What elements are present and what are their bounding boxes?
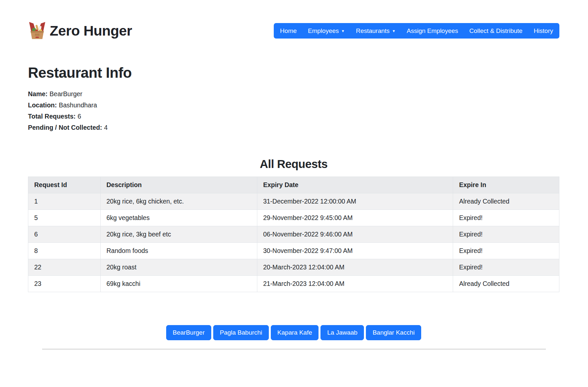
page-container: Zero Hunger Home Employees ▼ Restaurants… <box>28 0 559 340</box>
info-value: BearBurger <box>50 90 83 97</box>
expiry-date-cell: 31-December-2022 12:00:00 AM <box>257 193 453 210</box>
description-cell: 20kg rice, 3kg beef etc <box>100 226 257 243</box>
brand-link[interactable]: Zero Hunger <box>28 20 132 41</box>
table-row: 8 Random foods 30-November-2022 9:47:00 … <box>28 243 559 259</box>
nav-item-label: Home <box>280 23 297 39</box>
expiry-date-cell: 21-March-2023 12:04:00 AM <box>257 276 453 292</box>
info-value: 4 <box>104 124 108 131</box>
restaurant-button[interactable]: Kapara Kafe <box>271 325 319 340</box>
expire-in-cell: Expired! <box>453 259 559 276</box>
restaurant-button[interactable]: Banglar Kacchi <box>366 325 421 340</box>
expiry-date-cell: 20-March-2023 12:04:00 AM <box>257 259 453 276</box>
table-header-cell: Expiry Date <box>257 177 453 193</box>
info-label: Total Requests: <box>28 113 76 120</box>
expire-in-cell: Expired! <box>453 210 559 226</box>
request-id-cell: 1 <box>28 193 101 210</box>
table-header-row: Request Id Description Expiry Date Expir… <box>28 177 559 193</box>
nav-item[interactable]: Home <box>274 23 302 39</box>
info-line: Pending / Not Collected:4 <box>28 122 559 133</box>
table-row: 5 6kg vegetables 29-November-2022 9:45:0… <box>28 210 559 226</box>
nav-item[interactable]: Assign Employees <box>401 23 464 39</box>
table-header-cell: Expire In <box>453 177 559 193</box>
description-cell: 69kg kacchi <box>100 276 257 292</box>
nav-item[interactable]: Employees ▼ <box>302 23 350 39</box>
expire-in-cell: Expired! <box>453 226 559 243</box>
nav-item[interactable]: Restaurants ▼ <box>350 23 401 39</box>
brand-title: Zero Hunger <box>50 23 132 39</box>
nav-item[interactable]: Collect & Distribute <box>464 23 528 39</box>
requests-table: Request Id Description Expiry Date Expir… <box>28 177 559 292</box>
page-title: Restaurant Info <box>28 65 559 81</box>
requests-section-title: All Requests <box>28 157 559 171</box>
main-nav: Home Employees ▼ Restaurants ▼ Assign Em… <box>274 23 559 39</box>
request-id-cell: 5 <box>28 210 101 226</box>
bottom-divider <box>42 349 546 349</box>
request-id-cell: 8 <box>28 243 101 259</box>
nav-item-label: Collect & Distribute <box>469 23 523 39</box>
expire-in-cell: Already Collected <box>453 193 559 210</box>
expiry-date-cell: 30-November-2022 9:47:00 AM <box>257 243 453 259</box>
restaurant-button[interactable]: Pagla Baburchi <box>213 325 269 340</box>
info-label: Pending / Not Collected: <box>28 124 102 131</box>
info-value: 6 <box>78 113 81 120</box>
request-id-cell: 23 <box>28 276 101 292</box>
expiry-date-cell: 06-November-2022 9:46:00 AM <box>257 226 453 243</box>
info-line: Location:Bashundhara <box>28 99 559 111</box>
description-cell: Random foods <box>100 243 257 259</box>
expire-in-cell: Already Collected <box>453 276 559 292</box>
description-cell: 6kg vegetables <box>100 210 257 226</box>
info-label: Name: <box>28 90 48 97</box>
expire-in-cell: Expired! <box>453 243 559 259</box>
request-id-cell: 22 <box>28 259 101 276</box>
info-value: Bashundhara <box>59 101 97 109</box>
info-label: Location: <box>28 101 57 109</box>
table-body: 1 20kg rice, 6kg chicken, etc. 31-Decemb… <box>28 193 559 292</box>
header: Zero Hunger Home Employees ▼ Restaurants… <box>28 20 559 41</box>
nav-item-label: History <box>534 23 553 39</box>
table-row: 22 20kg roast 20-March-2023 12:04:00 AM … <box>28 259 559 276</box>
table-row: 6 20kg rice, 3kg beef etc 06-November-20… <box>28 226 559 243</box>
description-cell: 20kg rice, 6kg chicken, etc. <box>100 193 257 210</box>
restaurant-info-list: Name:BearBurger Location:Bashundhara Tot… <box>28 88 559 133</box>
restaurant-button[interactable]: BearBurger <box>166 325 211 340</box>
info-line: Name:BearBurger <box>28 88 559 99</box>
nav-item[interactable]: History <box>528 23 559 39</box>
table-row: 1 20kg rice, 6kg chicken, etc. 31-Decemb… <box>28 193 559 210</box>
restaurant-button[interactable]: La Jawaab <box>320 325 364 340</box>
dropdown-caret-icon: ▼ <box>392 29 396 33</box>
description-cell: 20kg roast <box>100 259 257 276</box>
nav-item-label: Assign Employees <box>407 23 458 39</box>
expiry-date-cell: 29-November-2022 9:45:00 AM <box>257 210 453 226</box>
request-id-cell: 6 <box>28 226 101 243</box>
nav-item-label: Restaurants <box>356 23 390 39</box>
nav-item-label: Employees <box>308 23 339 39</box>
restaurant-buttons-row: BearBurger Pagla Baburchi Kapara Kafe La… <box>28 325 559 340</box>
dropdown-caret-icon: ▼ <box>341 29 345 33</box>
table-header-cell: Description <box>100 177 257 193</box>
grocery-basket-icon <box>28 20 46 41</box>
table-row: 23 69kg kacchi 21-March-2023 12:04:00 AM… <box>28 276 559 292</box>
table-header-cell: Request Id <box>28 177 101 193</box>
info-line: Total Requests:6 <box>28 111 559 122</box>
